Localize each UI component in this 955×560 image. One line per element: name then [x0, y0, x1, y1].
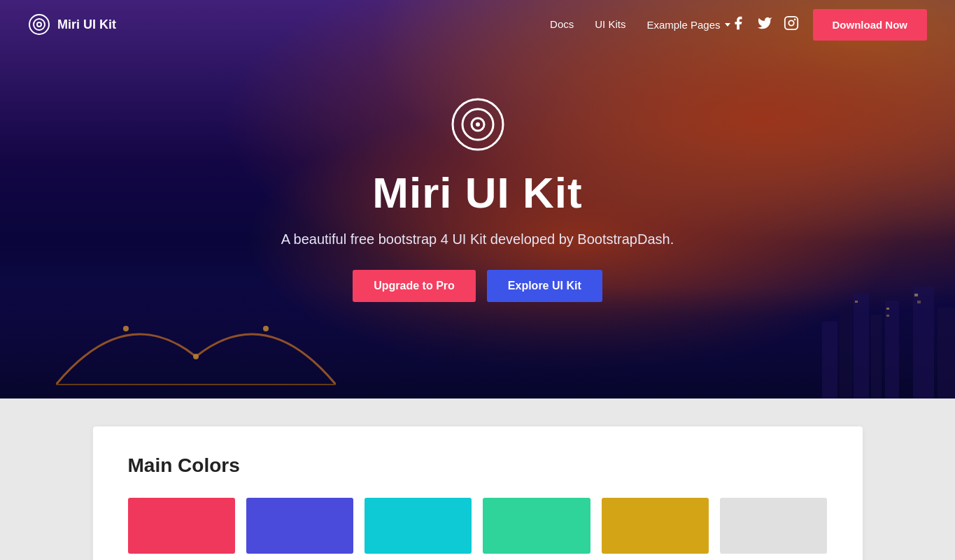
hero-content: Miri UI Kit A beautiful free bootstrap 4… [281, 96, 674, 301]
twitter-link[interactable] [757, 15, 772, 34]
color-swatch-cyan [365, 498, 472, 554]
svg-point-5 [793, 19, 795, 21]
svg-rect-12 [938, 308, 955, 399]
facebook-icon [730, 15, 746, 31]
hero-section: Miri UI Kit A beautiful free bootstrap 4… [0, 0, 955, 399]
colors-card: Main Colors [93, 426, 863, 560]
svg-point-4 [788, 20, 793, 25]
chevron-down-icon [725, 23, 730, 27]
svg-rect-16 [914, 294, 918, 296]
download-now-button[interactable]: Download Now [813, 9, 928, 41]
color-swatch-green [483, 498, 590, 554]
svg-point-2 [37, 22, 41, 27]
svg-rect-8 [854, 294, 869, 399]
svg-point-20 [193, 354, 199, 359]
brand-link[interactable]: Miri UI Kit [28, 13, 116, 36]
upgrade-button[interactable]: Upgrade to Pro [353, 270, 476, 302]
colors-title: Main Colors [128, 454, 828, 477]
bridge-icon [56, 287, 336, 399]
svg-rect-13 [886, 308, 889, 310]
nav-docs[interactable]: Docs [550, 18, 574, 30]
svg-rect-10 [822, 322, 837, 399]
svg-point-1 [34, 19, 45, 30]
nav-example-pages-dropdown[interactable]: Example Pages [646, 19, 730, 31]
svg-rect-3 [784, 17, 797, 29]
svg-rect-15 [855, 301, 858, 303]
svg-point-0 [29, 15, 49, 34]
svg-rect-14 [886, 315, 889, 317]
color-swatch-light-gray [720, 498, 827, 554]
color-swatch-yellow [602, 498, 709, 554]
color-swatches [128, 498, 828, 554]
hero-subtitle: A beautiful free bootstrap 4 UI Kit deve… [281, 231, 674, 247]
color-swatch-red [128, 498, 235, 554]
facebook-link[interactable] [730, 15, 746, 34]
twitter-icon [757, 15, 772, 31]
svg-rect-11 [913, 287, 934, 399]
navbar-right: Docs UI Kits Example Pages [550, 9, 927, 41]
main-colors-section: Main Colors [0, 399, 955, 560]
explore-button[interactable]: Explore UI Kit [487, 270, 602, 302]
brand-logo-icon [28, 13, 50, 36]
hero-logo-icon [450, 96, 506, 152]
color-swatch-blue [246, 498, 353, 554]
instagram-link[interactable] [784, 15, 799, 34]
svg-point-21 [263, 326, 269, 331]
hero-title: Miri UI Kit [372, 169, 582, 217]
navbar-nav: Docs UI Kits Example Pages [550, 18, 730, 31]
svg-rect-17 [917, 301, 921, 303]
instagram-icon [784, 15, 799, 31]
svg-rect-9 [840, 308, 852, 399]
svg-rect-7 [871, 315, 882, 399]
nav-ui-kits[interactable]: UI Kits [595, 18, 625, 30]
navbar-social [730, 15, 799, 34]
brand-label: Miri UI Kit [57, 17, 116, 32]
svg-point-25 [476, 122, 480, 127]
svg-point-19 [123, 326, 129, 331]
navbar: Miri UI Kit Docs UI Kits Example Pages [0, 0, 955, 49]
hero-buttons: Upgrade to Pro Explore UI Kit [353, 270, 602, 302]
